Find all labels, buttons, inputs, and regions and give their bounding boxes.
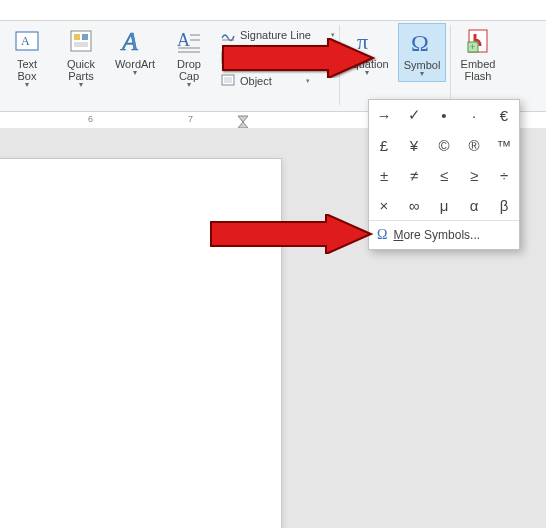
symbol-dropdown-popup: →✓•·€£¥©®™±≠≤≥÷×∞μαβ Ω More Symbols... bbox=[368, 99, 520, 250]
symbol-grid: →✓•·€£¥©®™±≠≤≥÷×∞μαβ bbox=[369, 100, 519, 220]
svg-rect-5 bbox=[74, 42, 88, 47]
symbol-cell[interactable]: ≥ bbox=[459, 160, 489, 190]
symbol-cell[interactable]: ® bbox=[459, 130, 489, 160]
svg-text:Ω: Ω bbox=[411, 30, 429, 56]
text-box-icon: A bbox=[11, 25, 43, 57]
more-symbols-button[interactable]: Ω More Symbols... bbox=[369, 220, 519, 249]
ruler-mark: 6 bbox=[88, 114, 93, 124]
dropdown-icon: ▾ bbox=[306, 77, 310, 85]
dropdown-icon: ▾ bbox=[420, 70, 424, 79]
flash-icon: + bbox=[462, 25, 494, 57]
embed-flash-button[interactable]: + Embed Flash bbox=[455, 23, 501, 84]
svg-text:A: A bbox=[177, 30, 190, 50]
drop-cap-label: Drop Cap bbox=[169, 58, 209, 82]
symbol-cell[interactable]: € bbox=[489, 100, 519, 130]
callout-arrow-more-symbols bbox=[206, 214, 376, 254]
symbol-cell[interactable]: ≤ bbox=[429, 160, 459, 190]
dropdown-icon: ▾ bbox=[25, 81, 29, 90]
symbol-cell[interactable]: ÷ bbox=[489, 160, 519, 190]
drop-cap-icon: A bbox=[173, 25, 205, 57]
more-symbols-label: More Symbols... bbox=[393, 228, 480, 242]
symbol-cell[interactable]: £ bbox=[369, 130, 399, 160]
quick-parts-icon bbox=[65, 25, 97, 57]
symbol-cell[interactable]: μ bbox=[429, 190, 459, 220]
dropdown-icon: ▾ bbox=[79, 81, 83, 90]
svg-marker-27 bbox=[223, 38, 373, 78]
embed-flash-label: Embed Flash bbox=[458, 58, 498, 82]
symbol-button[interactable]: Ω Symbol ▾ bbox=[398, 23, 446, 82]
text-box-label: Text Box bbox=[7, 58, 47, 82]
symbol-cell[interactable]: ≠ bbox=[399, 160, 429, 190]
symbol-icon: Ω bbox=[406, 26, 438, 58]
dropdown-icon: ▾ bbox=[133, 69, 137, 78]
symbol-cell[interactable]: → bbox=[369, 100, 399, 130]
symbol-cell[interactable]: © bbox=[429, 130, 459, 160]
ribbon-tabstrip bbox=[0, 0, 546, 21]
wordart-icon: A bbox=[119, 25, 151, 57]
svg-marker-25 bbox=[238, 116, 248, 122]
symbol-cell[interactable]: ± bbox=[369, 160, 399, 190]
svg-marker-28 bbox=[211, 214, 371, 254]
symbol-cell[interactable]: α bbox=[459, 190, 489, 220]
symbol-cell[interactable]: ¥ bbox=[399, 130, 429, 160]
symbol-cell[interactable]: ∞ bbox=[399, 190, 429, 220]
omega-icon: Ω bbox=[377, 227, 387, 243]
symbol-cell[interactable]: β bbox=[489, 190, 519, 220]
callout-arrow-symbol bbox=[218, 38, 378, 78]
dropdown-icon: ▾ bbox=[187, 81, 191, 90]
quick-parts-button[interactable]: Quick Parts ▾ bbox=[58, 23, 104, 92]
svg-text:A: A bbox=[21, 34, 30, 48]
symbol-cell[interactable]: • bbox=[429, 100, 459, 130]
symbol-cell[interactable]: ™ bbox=[489, 130, 519, 160]
svg-text:+: + bbox=[470, 42, 475, 52]
symbol-cell[interactable]: · bbox=[459, 100, 489, 130]
ruler-mark: 7 bbox=[188, 114, 193, 124]
svg-text:A: A bbox=[120, 27, 138, 56]
svg-rect-4 bbox=[82, 34, 88, 40]
symbol-cell[interactable]: ✓ bbox=[399, 100, 429, 130]
wordart-button[interactable]: A WordArt ▾ bbox=[112, 23, 158, 80]
svg-rect-3 bbox=[74, 34, 80, 40]
quick-parts-label: Quick Parts bbox=[61, 58, 101, 82]
text-box-button[interactable]: A Text Box ▾ bbox=[4, 23, 50, 92]
drop-cap-button[interactable]: A Drop Cap ▾ bbox=[166, 23, 212, 92]
